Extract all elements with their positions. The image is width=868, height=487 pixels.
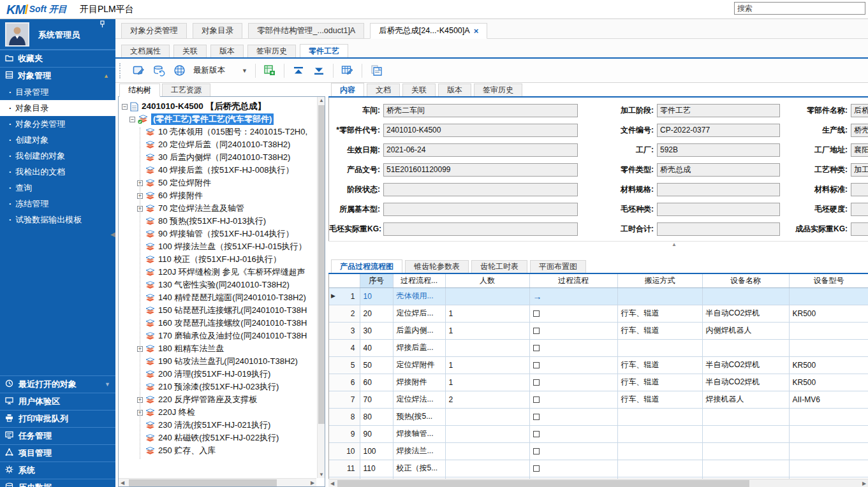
flow-symbol-cell[interactable]: → bbox=[529, 287, 617, 305]
flow-name-cell[interactable]: 定位焊法... bbox=[393, 391, 445, 408]
close-icon[interactable]: × bbox=[474, 26, 479, 36]
equipment-model-cell[interactable] bbox=[789, 460, 868, 477]
tree-operation-node[interactable]: 20 定位焊后盖（同2401010-T38H2) bbox=[119, 138, 325, 151]
flow-symbol-cell[interactable] bbox=[529, 442, 617, 460]
table-row[interactable]: 330后盖内侧...1行车、辊道内侧焊机器人 bbox=[329, 322, 868, 339]
collapse-up-icon[interactable]: ▲ bbox=[103, 73, 109, 79]
tree-operation-node[interactable]: 140 精镗琵琶孔端面(同2401010-T38H2) bbox=[119, 291, 325, 304]
tree-operation-node[interactable]: 160 攻琵琶孔连接螺纹(同2401010-T38H bbox=[119, 317, 325, 330]
transport-cell[interactable] bbox=[617, 287, 702, 305]
column-header[interactable]: 过程流程... bbox=[393, 274, 445, 287]
flow-symbol-cell[interactable] bbox=[529, 356, 617, 374]
sidebar-collapse-icon[interactable]: ◀ bbox=[110, 231, 115, 238]
checkbox-icon[interactable] bbox=[533, 310, 540, 317]
form-field-input[interactable] bbox=[851, 183, 868, 196]
people-cell[interactable] bbox=[445, 287, 529, 305]
checkbox-icon[interactable] bbox=[533, 465, 540, 472]
detail-tab[interactable]: 文档 bbox=[367, 84, 400, 96]
flow-tab[interactable]: 产品过程流程图 bbox=[331, 259, 402, 273]
collapse-top-icon[interactable] bbox=[291, 64, 305, 78]
equipment-model-cell[interactable]: KR500 bbox=[789, 305, 868, 322]
document-tab[interactable]: 签审历史 bbox=[247, 45, 296, 57]
equipment-name-cell[interactable]: 半自动CO2焊机 bbox=[702, 356, 789, 374]
sidebar-section-task-management[interactable]: 任务管理 bbox=[0, 427, 115, 444]
table-horizontal-scrollbar[interactable]: ◀ ▶ bbox=[328, 479, 868, 487]
sequence-cell[interactable]: 90 bbox=[360, 425, 393, 442]
collapse-form-icon[interactable]: ▲ bbox=[672, 242, 677, 247]
sequence-cell[interactable]: 10 bbox=[360, 287, 393, 305]
form-field-input[interactable] bbox=[383, 183, 578, 196]
column-header[interactable]: 人数 bbox=[445, 274, 529, 287]
sidebar-item[interactable]: ·我检出的文档 bbox=[0, 164, 115, 180]
table-row[interactable]: 990焊接轴管... bbox=[329, 425, 868, 442]
tree-operation-node[interactable]: 230 清洗(按51XF-HJ-021执行) bbox=[119, 419, 325, 432]
equipment-name-cell[interactable]: 焊接机器人 bbox=[702, 391, 789, 408]
transport-cell[interactable]: 行车、辊道 bbox=[617, 374, 702, 391]
tree-operation-node[interactable]: 190 钻攻法兰盘孔(同2401010-T38H2) bbox=[119, 355, 325, 368]
table-row[interactable]: 770定位焊法...2行车、辊道焊接机器人AII-MV6 bbox=[329, 391, 868, 408]
people-cell[interactable]: 1 bbox=[445, 322, 529, 339]
document-tab[interactable]: 零件工艺 bbox=[300, 44, 348, 57]
sidebar-item[interactable]: ·对象分类管理 bbox=[0, 116, 115, 132]
equipment-model-cell[interactable] bbox=[789, 442, 868, 460]
equipment-model-cell[interactable]: AII-MV6 bbox=[789, 391, 868, 408]
transport-cell[interactable]: 行车、辊道 bbox=[617, 305, 702, 322]
tree-tab[interactable]: 工艺资源 bbox=[162, 84, 210, 96]
tree-operation-node[interactable]: +70 定位焊法兰盘及轴管 bbox=[119, 202, 325, 215]
transport-cell[interactable]: 行车、辊道 bbox=[617, 391, 702, 408]
tree-horizontal-scrollbar[interactable]: ◀ ▶ bbox=[119, 478, 316, 486]
tree-operation-node[interactable]: 90 焊接轴管（按51XF-HJ-014执行） bbox=[119, 228, 325, 240]
people-cell[interactable]: 1 bbox=[445, 305, 529, 322]
flow-symbol-cell[interactable] bbox=[529, 322, 617, 339]
form-field-input[interactable] bbox=[657, 163, 780, 177]
equipment-model-cell[interactable] bbox=[789, 425, 868, 442]
equipment-model-cell[interactable]: KR500 bbox=[789, 374, 868, 391]
scroll-left-icon[interactable]: ◀ bbox=[119, 480, 126, 486]
equipment-name-cell[interactable]: 半自动CO2焊机 bbox=[702, 374, 789, 391]
flow-name-cell[interactable]: 预热(按5... bbox=[393, 408, 445, 425]
equipment-name-cell[interactable] bbox=[702, 460, 789, 477]
tree-operation-node[interactable]: 200 清理(按51XF-HJ-019执行) bbox=[119, 368, 325, 381]
flow-symbol-cell[interactable] bbox=[529, 391, 617, 408]
form-field-input[interactable] bbox=[383, 104, 578, 117]
flow-name-cell[interactable]: 焊接轴管... bbox=[393, 425, 445, 442]
form-field-input[interactable] bbox=[383, 203, 578, 216]
equipment-name-cell[interactable] bbox=[702, 442, 789, 460]
form-field-input[interactable] bbox=[851, 203, 868, 216]
row-number-cell[interactable]: 10 bbox=[329, 442, 360, 460]
detail-tab[interactable]: 内容 bbox=[331, 83, 364, 96]
checkbox-icon[interactable] bbox=[533, 396, 540, 403]
scrollbar-thumb[interactable] bbox=[129, 479, 277, 486]
equipment-name-cell[interactable] bbox=[702, 339, 789, 356]
checkbox-icon[interactable] bbox=[533, 448, 540, 454]
equipment-model-cell[interactable] bbox=[789, 287, 868, 305]
flow-symbol-cell[interactable] bbox=[529, 408, 617, 425]
form-field-input[interactable] bbox=[657, 183, 780, 196]
table-edit-icon[interactable] bbox=[341, 64, 355, 78]
table-row[interactable]: 11110校正（按5... bbox=[329, 460, 868, 477]
transport-cell[interactable] bbox=[617, 339, 702, 356]
flow-symbol-cell[interactable] bbox=[529, 339, 617, 356]
transport-cell[interactable] bbox=[617, 408, 702, 425]
tree-vertical-scrollbar[interactable]: ▲ ▼ bbox=[317, 97, 325, 478]
row-number-cell[interactable]: 7 bbox=[329, 391, 360, 408]
people-cell[interactable] bbox=[445, 425, 529, 442]
form-splitter[interactable]: ▲ bbox=[328, 241, 868, 247]
column-header[interactable]: 序号 bbox=[360, 274, 393, 287]
tree-operation-node[interactable]: 80 预热(按51XF-HJ-013执行) bbox=[119, 215, 325, 228]
sidebar-section-system-gear[interactable]: 系统 bbox=[0, 462, 115, 479]
document-tab[interactable]: 文档属性 bbox=[121, 45, 170, 57]
export-table-icon[interactable] bbox=[263, 64, 277, 78]
sequence-cell[interactable]: 40 bbox=[360, 339, 393, 356]
tree-operation-node[interactable]: 170 磨轴承位及油封位(同2401010-T38H bbox=[119, 330, 325, 342]
equipment-name-cell[interactable] bbox=[702, 425, 789, 442]
flow-name-cell[interactable]: 壳体领用... bbox=[393, 287, 445, 305]
detail-tab[interactable]: 版本 bbox=[438, 84, 471, 96]
checkbox-icon[interactable] bbox=[533, 328, 540, 334]
checkbox-icon[interactable] bbox=[533, 431, 540, 437]
tree-operation-node[interactable]: 210 预涂漆(按51XF-HJ-023执行) bbox=[119, 381, 325, 393]
detail-tab[interactable]: 签审历史 bbox=[474, 84, 522, 96]
column-header[interactable]: 搬运方式 bbox=[617, 274, 702, 287]
row-number-cell[interactable]: 11 bbox=[329, 460, 360, 477]
tree-operation-node[interactable]: 150 钻琵琶孔连接螺孔(同2401010-T38H bbox=[119, 304, 325, 317]
